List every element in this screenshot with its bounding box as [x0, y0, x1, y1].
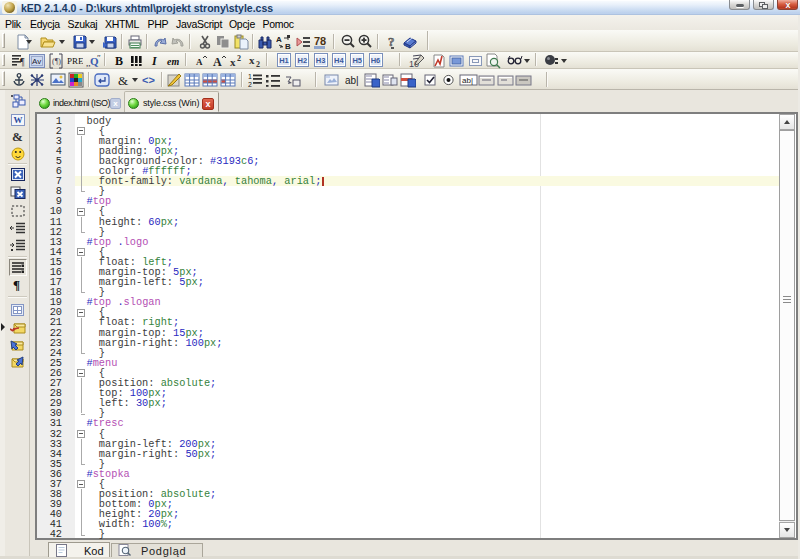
svg-text:(¶): (¶): [52, 57, 61, 66]
svg-text:x: x: [249, 54, 255, 66]
svg-text:1: 1: [248, 73, 252, 80]
svg-text:A: A: [276, 35, 282, 44]
svg-text:em: em: [167, 56, 179, 67]
svg-text:Av: Av: [32, 57, 41, 66]
svg-text:ab|: ab|: [462, 76, 473, 85]
svg-text:2: 2: [248, 81, 252, 88]
svg-text:B: B: [285, 42, 291, 50]
svg-text:¶: ¶: [20, 56, 25, 67]
svg-text:x: x: [230, 56, 236, 68]
svg-text:PRE: PRE: [67, 56, 83, 66]
svg-text:A: A: [213, 55, 222, 69]
svg-text:2: 2: [237, 54, 241, 63]
svg-text:ab|: ab|: [345, 75, 359, 86]
svg-text:″: ″: [97, 53, 101, 63]
svg-text:<>: <>: [142, 74, 155, 86]
svg-text:A: A: [196, 57, 203, 67]
svg-text:&: &: [118, 73, 128, 88]
svg-text:I: I: [151, 54, 158, 68]
svg-text:?: ?: [388, 34, 395, 49]
svg-text:2: 2: [256, 60, 260, 69]
svg-text:B: B: [115, 54, 123, 68]
svg-text:78: 78: [314, 35, 326, 47]
